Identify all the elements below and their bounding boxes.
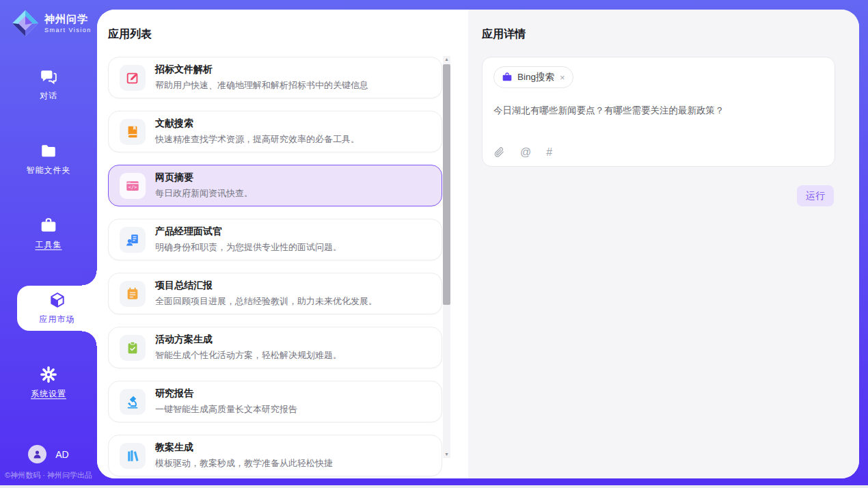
- brand-logo-icon: [11, 9, 40, 38]
- app-desc: 每日政府新闻资讯快查。: [155, 187, 253, 200]
- run-button[interactable]: 运行: [797, 185, 834, 206]
- app-desc: 智能生成个性化活动方案，轻松解决规划难题。: [155, 349, 342, 362]
- app-name: 文献搜索: [155, 118, 360, 130]
- book-icon: [120, 119, 146, 145]
- app-desc: 帮助用户快速、准确地理解和解析招标书中的关键信息: [155, 79, 368, 92]
- toolbox-icon: [40, 217, 57, 234]
- sidebar-item-label: 应用市场: [40, 314, 75, 325]
- app-name: 招标文件解析: [155, 64, 368, 76]
- app-window: 神州问学 Smart Vision 对话 智能文件夹 工具集 应用市场 系统设置…: [0, 0, 868, 485]
- sidebar-item-folders[interactable]: 智能文件夹: [0, 137, 97, 182]
- tool-tag-label: Bing搜索: [517, 71, 554, 83]
- app-item-event-plan[interactable]: 活动方案生成 智能生成个性化活动方案，轻松解决规划难题。: [108, 327, 442, 368]
- app-desc: 全面回顾项目进展，总结经验教训，助力未来优化发展。: [155, 295, 377, 308]
- folder-icon: [40, 142, 57, 160]
- app-desc: 明确身份和职责，为您提供专业性的面试问题。: [155, 241, 342, 254]
- chat-icon: [40, 68, 57, 85]
- app-name: 产品经理面试官: [155, 226, 342, 238]
- app-list-panel: 应用列表 招标文件解析 帮助用户快速、准确地理解和解析招标书中的关键信息 文献搜…: [97, 10, 468, 478]
- microscope-icon: [120, 389, 146, 415]
- app-list: 招标文件解析 帮助用户快速、准确地理解和解析招标书中的关键信息 文献搜索 快速精…: [108, 57, 442, 476]
- sidebar-item-settings[interactable]: 系统设置: [0, 360, 97, 405]
- app-detail-title: 应用详情: [482, 27, 835, 42]
- paperclip-icon[interactable]: [493, 146, 505, 158]
- gear-icon: [40, 366, 57, 383]
- copyright: ©神州数码 · 神州问学出品: [0, 470, 97, 480]
- brand-name: 神州问学: [44, 13, 92, 26]
- books-icon: [120, 443, 146, 469]
- app-item-literature[interactable]: 文献搜索 快速精准查找学术资源，提高研究效率的必备工具。: [108, 111, 442, 152]
- sidebar-item-market[interactable]: 应用市场: [17, 286, 97, 331]
- scroll-up-icon[interactable]: ▲: [444, 56, 449, 63]
- app-name: 教案生成: [155, 442, 333, 454]
- user-name: AD: [55, 449, 68, 460]
- attachment-toolbar: @ #: [493, 146, 824, 158]
- app-item-web-summary[interactable]: 网页摘要 每日政府新闻资讯快查。: [108, 165, 442, 206]
- main-content: 应用列表 招标文件解析 帮助用户快速、准确地理解和解析招标书中的关键信息 文献搜…: [97, 10, 859, 478]
- sidebar-item-label: 工具集: [36, 239, 62, 251]
- hash-icon[interactable]: #: [546, 146, 552, 158]
- app-desc: 一键智能生成高质量长文本研究报告: [155, 403, 297, 416]
- sidebar-item-label: 对话: [40, 90, 57, 102]
- app-item-project-report[interactable]: 项目总结汇报 全面回顾项目进展，总结经验教训，助力未来优化发展。: [108, 273, 442, 314]
- mention-icon[interactable]: @: [520, 146, 531, 158]
- app-name: 研究报告: [155, 388, 297, 400]
- sidebar-item-label: 系统设置: [31, 388, 66, 400]
- person-icon: [31, 448, 43, 460]
- app-detail-panel: 应用详情 Bing搜索 × 今日湖北有哪些新闻要点？有哪些需要关注的最新政策？ …: [468, 10, 859, 478]
- app-name: 活动方案生成: [155, 334, 342, 346]
- brand-subtitle: Smart Vision: [44, 27, 92, 33]
- sidebar-item-label: 智能文件夹: [27, 165, 71, 176]
- user-account[interactable]: AD: [0, 445, 97, 463]
- app-list-title: 应用列表: [108, 27, 468, 42]
- app-item-bid-parse[interactable]: 招标文件解析 帮助用户快速、准确地理解和解析招标书中的关键信息: [108, 57, 442, 98]
- app-desc: 模板驱动，教案秒成，教学准备从此轻松快捷: [155, 457, 333, 470]
- scroll-down-icon[interactable]: ▼: [444, 451, 449, 458]
- sidebar: 神州问学 Smart Vision 对话 智能文件夹 工具集 应用市场 系统设置…: [0, 0, 97, 485]
- cube-icon: [49, 291, 66, 309]
- browser-icon: [120, 173, 146, 199]
- note-icon: [120, 281, 146, 307]
- app-name: 项目总结汇报: [155, 280, 377, 292]
- scrollbar-thumb[interactable]: [443, 64, 450, 305]
- query-card: Bing搜索 × 今日湖北有哪些新闻要点？有哪些需要关注的最新政策？ @ #: [482, 57, 835, 167]
- briefcase-icon: [502, 72, 513, 83]
- app-item-lesson-plan[interactable]: 教案生成 模板驱动，教案秒成，教学准备从此轻松快捷: [108, 435, 442, 476]
- sidebar-item-chat[interactable]: 对话: [0, 62, 97, 107]
- tool-tag-bing-search[interactable]: Bing搜索 ×: [493, 66, 573, 88]
- query-input[interactable]: 今日湖北有哪些新闻要点？有哪些需要关注的最新政策？: [493, 104, 824, 118]
- avatar: [28, 445, 46, 463]
- app-item-research-report[interactable]: 研究报告 一键智能生成高质量长文本研究报告: [108, 381, 442, 422]
- app-name: 网页摘要: [155, 172, 253, 184]
- sidebar-nav: 对话 智能文件夹 工具集 应用市场 系统设置: [0, 62, 97, 405]
- app-desc: 快速精准查找学术资源，提高研究效率的必备工具。: [155, 133, 360, 146]
- app-item-pm-interview[interactable]: 产品经理面试官 明确身份和职责，为您提供专业性的面试问题。: [108, 219, 442, 260]
- interview-icon: [120, 227, 146, 253]
- scrollbar[interactable]: ▲ ▼: [443, 56, 450, 458]
- doc-edit-icon: [120, 65, 146, 91]
- clipboard-icon: [120, 335, 146, 361]
- sidebar-item-tools[interactable]: 工具集: [0, 211, 97, 256]
- brand: 神州问学 Smart Vision: [0, 0, 97, 38]
- close-icon[interactable]: ×: [560, 72, 565, 83]
